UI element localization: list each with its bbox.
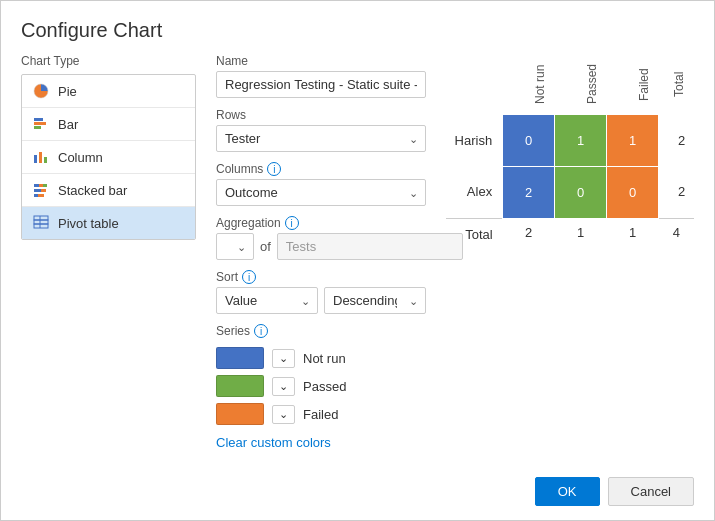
aggregation-select[interactable]: Count <box>216 233 254 260</box>
chart-type-label: Chart Type <box>21 54 196 68</box>
pivot-total-label: Total <box>446 218 503 244</box>
svg-rect-3 <box>34 126 41 129</box>
svg-rect-1 <box>34 118 43 121</box>
series-label-passed: Passed <box>303 379 346 394</box>
pivot-cell-alex-passed: 0 <box>555 166 607 218</box>
name-input[interactable] <box>216 71 426 98</box>
sort-value-select[interactable]: Value <box>216 287 318 314</box>
columns-field-label: Columns i <box>216 162 426 176</box>
pivot-row-total-harish: 2 <box>659 114 694 166</box>
sort-order-select[interactable]: Descending <box>324 287 426 314</box>
chart-type-stacked-bar-label: Stacked bar <box>58 183 127 198</box>
series-field-label: Series i <box>216 324 426 338</box>
sort-field-label: Sort i <box>216 270 426 284</box>
chart-type-list: Pie Bar <box>21 74 196 240</box>
columns-select-wrapper: Outcome ⌄ <box>216 179 426 206</box>
series-label-failed: Failed <box>303 407 338 422</box>
chart-type-panel: Chart Type Pie <box>21 54 196 457</box>
svg-rect-6 <box>44 157 47 163</box>
pivot-header-total: Total <box>659 54 694 114</box>
dialog-title: Configure Chart <box>1 1 714 54</box>
dialog-body: Chart Type Pie <box>1 54 714 467</box>
columns-info-icon[interactable]: i <box>267 162 281 176</box>
rows-select[interactable]: Tester <box>216 125 426 152</box>
aggregation-select-wrapper: Count ⌄ <box>216 233 254 260</box>
svg-rect-14 <box>34 216 48 220</box>
aggregation-info-icon[interactable]: i <box>285 216 299 230</box>
pivot-row-label-alex: Alex <box>446 166 503 218</box>
column-icon <box>32 148 50 166</box>
chart-type-column-label: Column <box>58 150 103 165</box>
svg-rect-12 <box>34 194 38 197</box>
svg-rect-15 <box>34 220 48 224</box>
series-item-passed: ⌄ Passed <box>216 375 426 397</box>
pivot-cell-harish-failed: 1 <box>607 114 659 166</box>
pie-icon <box>32 82 50 100</box>
pivot-table: Not run Passed Failed Total Harish 0 1 1… <box>446 54 694 244</box>
rows-field-label: Rows <box>216 108 426 122</box>
svg-rect-16 <box>34 224 48 228</box>
pivot-row-total-alex: 2 <box>659 166 694 218</box>
aggregation-field-label: Aggregation i <box>216 216 426 230</box>
series-color-passed <box>216 375 264 397</box>
series-item-failed: ⌄ Failed <box>216 403 426 425</box>
name-field-label: Name <box>216 54 426 68</box>
pivot-table-icon <box>32 214 50 232</box>
svg-rect-8 <box>39 184 43 187</box>
series-dropdown-failed[interactable]: ⌄ <box>272 405 295 424</box>
series-color-not-run <box>216 347 264 369</box>
svg-rect-7 <box>34 184 39 187</box>
pivot-total-passed: 1 <box>555 218 607 244</box>
configure-chart-dialog: Configure Chart Chart Type Pie <box>0 0 715 521</box>
pivot-total-failed: 1 <box>607 218 659 244</box>
svg-rect-10 <box>34 189 41 192</box>
pivot-cell-harish-passed: 1 <box>555 114 607 166</box>
aggregation-of-label: of <box>260 239 271 254</box>
chart-type-stacked-bar[interactable]: Stacked bar <box>22 174 195 207</box>
sort-info-icon[interactable]: i <box>242 270 256 284</box>
svg-rect-4 <box>34 155 37 163</box>
aggregation-field-input <box>277 233 463 260</box>
sort-value-select-wrapper: Value ⌄ <box>216 287 318 314</box>
pivot-row-harish: Harish 0 1 1 2 <box>446 114 694 166</box>
series-label-not-run: Not run <box>303 351 346 366</box>
pivot-total-not-run: 2 <box>503 218 555 244</box>
pivot-row-alex: Alex 2 0 0 2 <box>446 166 694 218</box>
pivot-cell-harish-not-run: 0 <box>503 114 555 166</box>
series-info-icon[interactable]: i <box>254 324 268 338</box>
dialog-footer: OK Cancel <box>1 467 714 520</box>
sort-row: Value ⌄ Descending ⌄ <box>216 287 426 314</box>
svg-rect-9 <box>43 184 47 187</box>
pivot-cell-alex-not-run: 2 <box>503 166 555 218</box>
pivot-header-passed: Passed <box>555 54 607 114</box>
svg-rect-5 <box>39 152 42 163</box>
series-dropdown-not-run[interactable]: ⌄ <box>272 349 295 368</box>
svg-rect-13 <box>38 194 44 197</box>
pivot-total-all: 4 <box>659 218 694 244</box>
chart-type-pie[interactable]: Pie <box>22 75 195 108</box>
aggregation-row: Count ⌄ of <box>216 233 426 260</box>
stacked-bar-icon <box>32 181 50 199</box>
ok-button[interactable]: OK <box>535 477 600 506</box>
cancel-button[interactable]: Cancel <box>608 477 694 506</box>
pivot-header-not-run: Not run <box>503 54 555 114</box>
pivot-cell-alex-failed: 0 <box>607 166 659 218</box>
config-panel: Name Rows Tester ⌄ Columns i Outcome ⌄ <box>216 54 426 457</box>
columns-select[interactable]: Outcome <box>216 179 426 206</box>
bar-icon <box>32 115 50 133</box>
chart-type-pie-label: Pie <box>58 84 77 99</box>
clear-colors-link[interactable]: Clear custom colors <box>216 435 426 450</box>
pivot-empty-header <box>446 54 503 114</box>
sort-order-select-wrapper: Descending ⌄ <box>324 287 426 314</box>
chart-type-column[interactable]: Column <box>22 141 195 174</box>
svg-rect-2 <box>34 122 46 125</box>
chart-type-bar[interactable]: Bar <box>22 108 195 141</box>
chart-type-bar-label: Bar <box>58 117 78 132</box>
svg-rect-11 <box>41 189 46 192</box>
series-color-failed <box>216 403 264 425</box>
series-item-not-run: ⌄ Not run <box>216 347 426 369</box>
preview-panel: Not run Passed Failed Total Harish 0 1 1… <box>446 54 694 457</box>
series-dropdown-passed[interactable]: ⌄ <box>272 377 295 396</box>
pivot-header-failed: Failed <box>607 54 659 114</box>
chart-type-pivot-table[interactable]: Pivot table <box>22 207 195 239</box>
